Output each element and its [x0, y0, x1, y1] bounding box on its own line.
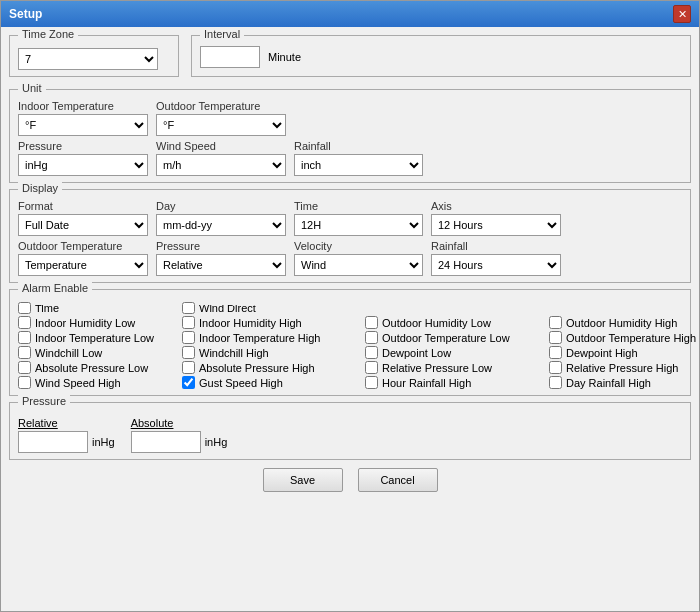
alarm-indoor-temp-high-checkbox[interactable] — [182, 331, 195, 344]
absolute-input[interactable]: 24.72 — [131, 431, 201, 453]
day-select[interactable]: mm-dd-yydd-mm-yyyy-mm-dd — [156, 214, 286, 236]
outdoor-temp-select[interactable]: °F°CK — [156, 114, 286, 136]
alarm-day-rainfall-high: Day Rainfall High — [549, 376, 700, 389]
relative-input[interactable]: 30.25 — [18, 431, 88, 453]
alarm-outdoor-temp-high-checkbox[interactable] — [549, 331, 562, 344]
setup-window: Setup ✕ Time Zone 7 Interval 10 Minute — [0, 0, 700, 612]
pressure-unit-select[interactable]: inHghPamb — [18, 154, 148, 176]
alarm-outdoor-temp-high-label: Outdoor Temperature High — [566, 332, 696, 344]
alarm-indoor-temp-low-label: Indoor Temperature Low — [35, 332, 154, 344]
outdoor-temp-field: Outdoor Temperature °F°CK — [156, 100, 286, 136]
pressure-legend: Pressure — [18, 395, 70, 407]
alarm-outdoor-humidity-high: Outdoor Humidity High — [549, 316, 700, 329]
day-label: Day — [156, 200, 286, 212]
alarm-rel-pressure-high-checkbox[interactable] — [549, 361, 562, 374]
format-label: Format — [18, 200, 148, 212]
alarm-rel-pressure-high-label: Relative Pressure High — [566, 362, 679, 374]
alarm-windchill-low: Windchill Low — [18, 346, 178, 359]
alarm-gust-speed-high-label: Gust Speed High — [199, 377, 283, 389]
alarm-dewpoint-high: Dewpoint High — [549, 346, 700, 359]
alarm-indoor-humidity-high-checkbox[interactable] — [182, 316, 195, 329]
outdoor-temp-display-field: Outdoor Temperature TemperatureWindchill… — [18, 240, 148, 276]
rainfall-unit-label: Rainfall — [294, 140, 423, 152]
alarm-rel-pressure-low-label: Relative Pressure Low — [382, 362, 492, 374]
format-select[interactable]: Full DateShort DateNo Date — [18, 214, 148, 236]
alarm-gust-speed-high-checkbox[interactable] — [182, 376, 195, 389]
alarm-wind-speed-high-label: Wind Speed High — [35, 377, 121, 389]
absolute-field: Absolute 24.72 inHg — [131, 417, 228, 453]
save-button[interactable]: Save — [263, 468, 343, 492]
wind-speed-field: Wind Speed m/hkm/hm/sknots — [156, 140, 286, 176]
cancel-button[interactable]: Cancel — [358, 468, 438, 492]
rainfall-display-select[interactable]: 24 Hours48 Hours72 Hours — [431, 254, 561, 276]
wind-speed-label: Wind Speed — [156, 140, 286, 152]
alarm-windchill-low-label: Windchill Low — [35, 347, 102, 359]
velocity-field: Velocity WindGust — [294, 240, 423, 276]
outdoor-temp-display-select[interactable]: TemperatureWindchillDewpoint — [18, 254, 148, 276]
alarm-rel-pressure-low-checkbox[interactable] — [365, 361, 378, 374]
alarm-dewpoint-low-label: Dewpoint Low — [382, 347, 451, 359]
alarm-dewpoint-low-checkbox[interactable] — [365, 346, 378, 359]
alarm-indoor-temp-low-checkbox[interactable] — [18, 331, 31, 344]
axis-label: Axis — [431, 200, 561, 212]
alarm-outdoor-humidity-high-checkbox[interactable] — [549, 316, 562, 329]
alarm-time-checkbox[interactable] — [18, 302, 31, 314]
alarm-wind-speed-high-checkbox[interactable] — [18, 376, 31, 389]
interval-group: Interval 10 Minute — [191, 35, 691, 77]
alarm-day-rainfall-high-label: Day Rainfall High — [566, 377, 651, 389]
time-field: Time 12H24H — [294, 200, 423, 236]
alarm-outdoor-humidity-low-checkbox[interactable] — [365, 316, 378, 329]
timezone-select[interactable]: 7 — [18, 48, 158, 70]
alarm-hour-rainfall-high-checkbox[interactable] — [365, 376, 378, 389]
time-select[interactable]: 12H24H — [294, 214, 423, 236]
pressure-display-label: Pressure — [156, 240, 286, 252]
alarm-hour-rainfall-high-label: Hour Rainfall High — [382, 377, 471, 389]
alarm-abs-pressure-low-label: Absolute Pressure Low — [35, 362, 148, 374]
alarm-windchill-low-checkbox[interactable] — [18, 346, 31, 359]
alarm-indoor-temp-high-label: Indoor Temperature High — [199, 332, 320, 344]
alarm-windchill-high-label: Windchill High — [199, 347, 269, 359]
alarm-wind-direct-checkbox[interactable] — [182, 302, 195, 314]
alarm-time: Time — [18, 302, 178, 314]
interval-input[interactable]: 10 — [200, 46, 260, 68]
axis-select[interactable]: 12 Hours24 Hours48 Hours — [431, 214, 561, 236]
display-legend: Display — [18, 182, 62, 194]
alarm-outdoor-temp-low-checkbox[interactable] — [365, 331, 378, 344]
alarm-group: Alarm Enable Time Wind Direct — [9, 289, 691, 396]
indoor-temp-select[interactable]: °F°CK — [18, 114, 148, 136]
close-button[interactable]: ✕ — [673, 5, 691, 23]
absolute-label: Absolute — [131, 417, 228, 429]
relative-unit: inHg — [92, 436, 115, 448]
alarm-abs-pressure-low-checkbox[interactable] — [18, 361, 31, 374]
relative-label: Relative — [18, 417, 115, 429]
alarm-dewpoint-high-label: Dewpoint High — [566, 347, 638, 359]
indoor-temp-label: Indoor Temperature — [18, 100, 148, 112]
alarm-time-label: Time — [35, 303, 59, 314]
alarm-indoor-temp-low: Indoor Temperature Low — [18, 331, 178, 344]
alarm-dewpoint-high-checkbox[interactable] — [549, 346, 562, 359]
pressure-display-select[interactable]: RelativeAbsolute — [156, 254, 286, 276]
rainfall-unit-select[interactable]: inchmm — [294, 154, 423, 176]
pressure-unit-label: Pressure — [18, 140, 148, 152]
alarm-indoor-humidity-low: Indoor Humidity Low — [18, 316, 178, 329]
velocity-select[interactable]: WindGust — [294, 254, 423, 276]
alarm-grid: Time Wind Direct Indoor Humidity Low — [18, 302, 682, 389]
alarm-windchill-high-checkbox[interactable] — [182, 346, 195, 359]
time-label: Time — [294, 200, 423, 212]
alarm-day-rainfall-high-checkbox[interactable] — [549, 376, 562, 389]
axis-field: Axis 12 Hours24 Hours48 Hours — [431, 200, 561, 236]
format-field: Format Full DateShort DateNo Date — [18, 200, 148, 236]
alarm-wind-direct: Wind Direct — [182, 302, 361, 314]
alarm-indoor-humidity-low-checkbox[interactable] — [18, 316, 31, 329]
alarm-abs-pressure-high-checkbox[interactable] — [182, 361, 195, 374]
alarm-outdoor-humidity-high-label: Outdoor Humidity High — [566, 317, 677, 329]
alarm-wind-speed-high: Wind Speed High — [18, 376, 178, 389]
alarm-rel-pressure-low: Relative Pressure Low — [365, 361, 545, 374]
wind-speed-select[interactable]: m/hkm/hm/sknots — [156, 154, 286, 176]
alarm-outdoor-temp-high: Outdoor Temperature High — [549, 331, 700, 344]
unit-group: Unit Indoor Temperature °F°CK Outdoor Te… — [9, 89, 691, 183]
rainfall-unit-field: Rainfall inchmm — [294, 140, 423, 176]
velocity-label: Velocity — [294, 240, 423, 252]
pressure-group: Pressure Relative 30.25 inHg Absolute 24… — [9, 402, 691, 460]
alarm-dewpoint-low: Dewpoint Low — [365, 346, 545, 359]
